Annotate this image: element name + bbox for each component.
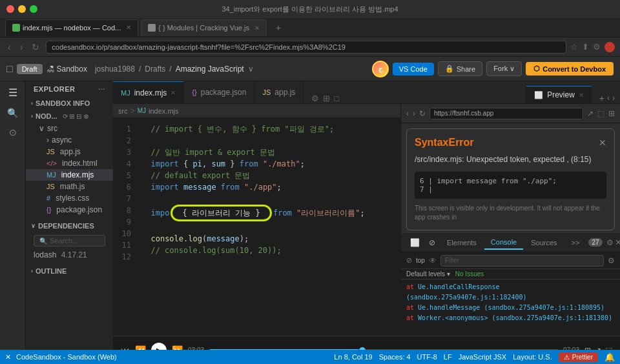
- sidebar-section-outline[interactable]: › OUTLINE: [26, 265, 113, 278]
- code-line-4: import { pi, sum } from "./math";: [141, 158, 395, 170]
- sidebar-icon-github[interactable]: ⊙: [9, 127, 17, 137]
- preview-copy-btn[interactable]: ⬚: [597, 109, 604, 118]
- preview-nav-right-icon[interactable]: ›: [612, 94, 615, 103]
- preview-tab-close[interactable]: ✕: [579, 92, 584, 99]
- preview-tab-label: Preview: [547, 90, 575, 99]
- window-title: 34_import와 export를 이용한 라이브러리 사용 방법.mp4: [222, 5, 398, 14]
- devtools-tab-console[interactable]: Console: [484, 236, 523, 250]
- devtools-tab-elements[interactable]: Elements: [440, 236, 483, 249]
- deps-search-placeholder: Search...: [50, 237, 78, 245]
- browser-tab-editor-close[interactable]: ✕: [126, 24, 131, 31]
- sidebar-icon-files[interactable]: ☰: [8, 86, 17, 99]
- devtools-block-icon[interactable]: ⊘: [425, 237, 439, 248]
- editor-settings-icon[interactable]: ⚙: [311, 94, 319, 103]
- css-icon: #: [46, 194, 50, 202]
- sidebar-item-appjs[interactable]: JS app.js: [26, 146, 113, 157]
- code-content[interactable]: 12345 678910 1112 // import { 변수, 함수 } f…: [113, 118, 400, 336]
- sidebar-section-dependencies[interactable]: ∨ DEPENDENCIES: [26, 219, 113, 232]
- devtools-tab-more[interactable]: >>: [565, 236, 586, 249]
- browser-tab-modules[interactable]: { } Modules | Cracking Vue.js ✕: [141, 19, 267, 36]
- explorer-more-icon[interactable]: ···: [98, 85, 105, 93]
- sidebar-section-src[interactable]: ∨ src: [26, 123, 113, 134]
- deps-search-box[interactable]: 🔍 Search...: [34, 235, 105, 247]
- code-lines[interactable]: // import { 변수, 함수 } from "파일 경로"; // 일반…: [136, 118, 400, 336]
- prettier-button[interactable]: ⚠ Prettier: [559, 352, 598, 362]
- forward-button[interactable]: ›: [17, 41, 26, 54]
- sidebar-toggle-icon[interactable]: □: [6, 63, 13, 75]
- editor-tab-indexmjs-close[interactable]: ✕: [170, 89, 176, 96]
- devtools-levels-label[interactable]: Default levels ▾: [406, 270, 450, 278]
- devtools-toolbar: ⊘ top 👁 Filter ⚙: [401, 252, 620, 269]
- preview-forward-btn[interactable]: ›: [413, 109, 415, 118]
- share-icon[interactable]: ⬆: [582, 42, 589, 52]
- devtools-close-btn[interactable]: ✕: [615, 238, 620, 247]
- devtools-block-btn[interactable]: ⊘: [406, 256, 412, 265]
- sidebar-section-node[interactable]: › NOD... ⟳ ⊞ ⊟ ⊗: [26, 110, 113, 123]
- devtools-gear-btn[interactable]: ⚙: [606, 238, 614, 247]
- editor-panel-icon[interactable]: □: [334, 94, 339, 103]
- devtools-error-link-2[interactable]: Worker.<anonymous> (sandbox.275a9407e.js…: [418, 314, 612, 321]
- url-input[interactable]: codesandbox.io/p/sandbox/amazing-javascr…: [46, 41, 566, 54]
- preview-icon: ⬜: [534, 91, 543, 99]
- dep-lodash[interactable]: lodash 4.17.21: [26, 249, 113, 261]
- mathjs-label: math.js: [60, 182, 85, 191]
- draft-badge: Draft: [17, 64, 43, 74]
- code-line-12: [141, 256, 395, 268]
- statusbar-error-icon[interactable]: 🔔: [604, 352, 615, 362]
- sidebar-item-indexmjs[interactable]: MJ index.mjs: [26, 169, 113, 181]
- browser-tab-modules-close[interactable]: ✕: [254, 25, 260, 32]
- syntax-error-close-btn[interactable]: ✕: [599, 137, 606, 148]
- devtools-filter-input[interactable]: Filter: [440, 255, 604, 267]
- devtools-filter-gear-btn[interactable]: ⚙: [608, 256, 615, 265]
- sidebar-item-mathjs[interactable]: JS math.js: [26, 181, 113, 192]
- sidebar-section-sandbox-info[interactable]: › SANDBOX INFO: [26, 97, 113, 110]
- sidebar-item-packagejson[interactable]: {} package.json: [26, 204, 113, 216]
- preview-open-btn[interactable]: ⊞: [608, 109, 615, 118]
- editor-split-icon[interactable]: ⊞: [323, 94, 330, 103]
- sidebar-item-async[interactable]: › async: [26, 134, 113, 146]
- preview-back-btn[interactable]: ‹: [406, 109, 409, 118]
- extensions-icon[interactable]: ⚙: [593, 42, 601, 52]
- editor-tab-indexmjs[interactable]: MJ index.mjs ✕: [113, 81, 184, 103]
- close-button[interactable]: [6, 5, 14, 13]
- menu-icon[interactable]: [604, 42, 615, 52]
- reload-button[interactable]: ↻: [29, 41, 42, 54]
- editor-tab-appjs[interactable]: JS app.js: [254, 81, 304, 103]
- back-button[interactable]: ‹: [5, 41, 14, 54]
- url-text: codesandbox.io/p/sandbox/amazing-javascr…: [52, 43, 346, 51]
- sidebar-item-indexhtml[interactable]: </> index.html: [26, 157, 113, 169]
- preview-refresh-btn[interactable]: ↻: [419, 109, 426, 118]
- fork-button[interactable]: Fork ∨: [486, 61, 522, 76]
- breadcrumb-project[interactable]: Amazing JavaScript: [176, 65, 244, 74]
- sidebar-icon-search[interactable]: 🔍: [7, 108, 18, 118]
- lock-icon: 🔒: [445, 65, 454, 73]
- vscode-button[interactable]: VS Code: [393, 63, 434, 76]
- editor-body-row: src > MJ index.mjs 12345 678910 1112 // …: [113, 104, 620, 336]
- editor-tab-packagejson-label: package.json: [201, 88, 247, 97]
- devtools-error-link-0[interactable]: Ue.handleCallResponse (sandbox.275a9407e…: [406, 283, 527, 301]
- share-button[interactable]: 🔒 Share: [438, 61, 482, 76]
- new-tab-button[interactable]: +: [273, 23, 284, 33]
- editor-tab-packagejson[interactable]: {} package.json: [184, 81, 254, 103]
- browser-tab-editor[interactable]: index.mjs — nodebox — Cod... ✕: [5, 19, 138, 36]
- preview-nav-left-icon[interactable]: ‹: [607, 94, 610, 103]
- preview-url-bar[interactable]: https://ftsnhf.csb.app: [429, 108, 583, 119]
- preview-tab[interactable]: ⬜ Preview ✕: [526, 86, 592, 103]
- minimize-button[interactable]: [18, 5, 26, 13]
- js-icon: JS: [46, 148, 55, 156]
- devtools-error-link-1[interactable]: Ue.handleMessage (sandbox.275a9407e.js:1…: [418, 304, 604, 311]
- editor-preview-row: MJ index.mjs ✕ {} package.json JS app.js…: [113, 81, 620, 364]
- preview-share-btn[interactable]: ↗: [587, 109, 594, 118]
- convert-devbox-button[interactable]: ⬡ Convert to Devbox: [526, 62, 614, 76]
- preview-toolbar: ‹ › ↻ https://ftsnhf.csb.app ↗ ⬚ ⊞: [401, 104, 620, 123]
- maximize-button[interactable]: [30, 5, 37, 13]
- code-line-10: console.log(message);: [141, 233, 395, 245]
- statusbar-sandbox-label: CodeSandbox - Sandbox (Web): [16, 353, 117, 361]
- preview-add-icon[interactable]: +: [599, 93, 604, 103]
- arrow-icon: ›: [31, 100, 33, 106]
- breadcrumb-drafts: Drafts: [145, 65, 165, 74]
- devtools-tab-sources[interactable]: Sources: [524, 236, 563, 249]
- bookmark-icon[interactable]: ☆: [570, 42, 578, 52]
- devtools-dock-icon[interactable]: ⬜: [406, 237, 424, 248]
- sidebar-item-stylescss[interactable]: # styles.css: [26, 192, 113, 204]
